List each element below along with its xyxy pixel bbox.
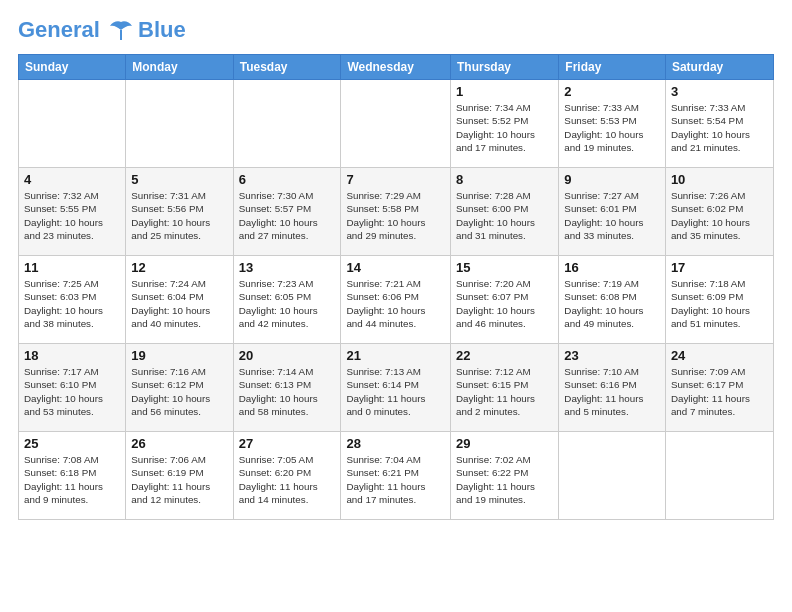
weekday-header-row: SundayMondayTuesdayWednesdayThursdayFrid…: [19, 55, 774, 80]
weekday-header-saturday: Saturday: [665, 55, 773, 80]
day-info: Sunrise: 7:18 AM Sunset: 6:09 PM Dayligh…: [671, 277, 768, 330]
day-info: Sunrise: 7:21 AM Sunset: 6:06 PM Dayligh…: [346, 277, 445, 330]
day-info: Sunrise: 7:23 AM Sunset: 6:05 PM Dayligh…: [239, 277, 336, 330]
day-number: 28: [346, 436, 445, 451]
day-number: 21: [346, 348, 445, 363]
weekday-header-wednesday: Wednesday: [341, 55, 451, 80]
day-info: Sunrise: 7:33 AM Sunset: 5:53 PM Dayligh…: [564, 101, 660, 154]
day-number: 3: [671, 84, 768, 99]
logo-bird-icon: [108, 20, 134, 42]
day-number: 24: [671, 348, 768, 363]
calendar-cell: 29Sunrise: 7:02 AM Sunset: 6:22 PM Dayli…: [451, 432, 559, 520]
day-number: 15: [456, 260, 553, 275]
header: General Blue: [18, 18, 774, 42]
day-number: 9: [564, 172, 660, 187]
day-number: 16: [564, 260, 660, 275]
logo-blue: Blue: [138, 18, 186, 42]
day-number: 23: [564, 348, 660, 363]
day-number: 13: [239, 260, 336, 275]
day-number: 10: [671, 172, 768, 187]
day-info: Sunrise: 7:33 AM Sunset: 5:54 PM Dayligh…: [671, 101, 768, 154]
day-info: Sunrise: 7:17 AM Sunset: 6:10 PM Dayligh…: [24, 365, 120, 418]
day-number: 12: [131, 260, 227, 275]
calendar-cell: 25Sunrise: 7:08 AM Sunset: 6:18 PM Dayli…: [19, 432, 126, 520]
day-info: Sunrise: 7:14 AM Sunset: 6:13 PM Dayligh…: [239, 365, 336, 418]
day-info: Sunrise: 7:06 AM Sunset: 6:19 PM Dayligh…: [131, 453, 227, 506]
day-info: Sunrise: 7:29 AM Sunset: 5:58 PM Dayligh…: [346, 189, 445, 242]
week-row-2: 11Sunrise: 7:25 AM Sunset: 6:03 PM Dayli…: [19, 256, 774, 344]
calendar-cell: 3Sunrise: 7:33 AM Sunset: 5:54 PM Daylig…: [665, 80, 773, 168]
calendar-cell: 10Sunrise: 7:26 AM Sunset: 6:02 PM Dayli…: [665, 168, 773, 256]
week-row-3: 18Sunrise: 7:17 AM Sunset: 6:10 PM Dayli…: [19, 344, 774, 432]
day-number: 1: [456, 84, 553, 99]
day-info: Sunrise: 7:34 AM Sunset: 5:52 PM Dayligh…: [456, 101, 553, 154]
calendar-cell: 5Sunrise: 7:31 AM Sunset: 5:56 PM Daylig…: [126, 168, 233, 256]
day-info: Sunrise: 7:25 AM Sunset: 6:03 PM Dayligh…: [24, 277, 120, 330]
day-info: Sunrise: 7:10 AM Sunset: 6:16 PM Dayligh…: [564, 365, 660, 418]
calendar-cell: [665, 432, 773, 520]
week-row-0: 1Sunrise: 7:34 AM Sunset: 5:52 PM Daylig…: [19, 80, 774, 168]
day-info: Sunrise: 7:31 AM Sunset: 5:56 PM Dayligh…: [131, 189, 227, 242]
day-info: Sunrise: 7:24 AM Sunset: 6:04 PM Dayligh…: [131, 277, 227, 330]
calendar-cell: 15Sunrise: 7:20 AM Sunset: 6:07 PM Dayli…: [451, 256, 559, 344]
day-info: Sunrise: 7:08 AM Sunset: 6:18 PM Dayligh…: [24, 453, 120, 506]
calendar-cell: 24Sunrise: 7:09 AM Sunset: 6:17 PM Dayli…: [665, 344, 773, 432]
day-info: Sunrise: 7:02 AM Sunset: 6:22 PM Dayligh…: [456, 453, 553, 506]
day-number: 29: [456, 436, 553, 451]
calendar-cell: 1Sunrise: 7:34 AM Sunset: 5:52 PM Daylig…: [451, 80, 559, 168]
calendar-cell: 7Sunrise: 7:29 AM Sunset: 5:58 PM Daylig…: [341, 168, 451, 256]
weekday-header-sunday: Sunday: [19, 55, 126, 80]
day-number: 22: [456, 348, 553, 363]
day-info: Sunrise: 7:13 AM Sunset: 6:14 PM Dayligh…: [346, 365, 445, 418]
calendar-cell: 17Sunrise: 7:18 AM Sunset: 6:09 PM Dayli…: [665, 256, 773, 344]
calendar-cell: 8Sunrise: 7:28 AM Sunset: 6:00 PM Daylig…: [451, 168, 559, 256]
calendar-cell: 18Sunrise: 7:17 AM Sunset: 6:10 PM Dayli…: [19, 344, 126, 432]
calendar-cell: 12Sunrise: 7:24 AM Sunset: 6:04 PM Dayli…: [126, 256, 233, 344]
day-info: Sunrise: 7:05 AM Sunset: 6:20 PM Dayligh…: [239, 453, 336, 506]
calendar-cell: [19, 80, 126, 168]
day-info: Sunrise: 7:20 AM Sunset: 6:07 PM Dayligh…: [456, 277, 553, 330]
day-number: 2: [564, 84, 660, 99]
day-number: 17: [671, 260, 768, 275]
day-info: Sunrise: 7:12 AM Sunset: 6:15 PM Dayligh…: [456, 365, 553, 418]
logo-text: General: [18, 18, 134, 42]
calendar-cell: [126, 80, 233, 168]
day-number: 5: [131, 172, 227, 187]
calendar-cell: [341, 80, 451, 168]
calendar-cell: 28Sunrise: 7:04 AM Sunset: 6:21 PM Dayli…: [341, 432, 451, 520]
calendar-cell: 9Sunrise: 7:27 AM Sunset: 6:01 PM Daylig…: [559, 168, 666, 256]
day-info: Sunrise: 7:04 AM Sunset: 6:21 PM Dayligh…: [346, 453, 445, 506]
day-info: Sunrise: 7:32 AM Sunset: 5:55 PM Dayligh…: [24, 189, 120, 242]
day-number: 20: [239, 348, 336, 363]
calendar-cell: 19Sunrise: 7:16 AM Sunset: 6:12 PM Dayli…: [126, 344, 233, 432]
day-number: 27: [239, 436, 336, 451]
calendar-cell: 11Sunrise: 7:25 AM Sunset: 6:03 PM Dayli…: [19, 256, 126, 344]
calendar-table: SundayMondayTuesdayWednesdayThursdayFrid…: [18, 54, 774, 520]
calendar-cell: 20Sunrise: 7:14 AM Sunset: 6:13 PM Dayli…: [233, 344, 341, 432]
calendar-cell: 14Sunrise: 7:21 AM Sunset: 6:06 PM Dayli…: [341, 256, 451, 344]
day-number: 19: [131, 348, 227, 363]
day-number: 11: [24, 260, 120, 275]
day-number: 4: [24, 172, 120, 187]
day-number: 8: [456, 172, 553, 187]
weekday-header-friday: Friday: [559, 55, 666, 80]
calendar-cell: 27Sunrise: 7:05 AM Sunset: 6:20 PM Dayli…: [233, 432, 341, 520]
day-number: 7: [346, 172, 445, 187]
calendar-cell: 13Sunrise: 7:23 AM Sunset: 6:05 PM Dayli…: [233, 256, 341, 344]
calendar-cell: 22Sunrise: 7:12 AM Sunset: 6:15 PM Dayli…: [451, 344, 559, 432]
day-number: 18: [24, 348, 120, 363]
calendar-cell: 4Sunrise: 7:32 AM Sunset: 5:55 PM Daylig…: [19, 168, 126, 256]
calendar-cell: 26Sunrise: 7:06 AM Sunset: 6:19 PM Dayli…: [126, 432, 233, 520]
day-info: Sunrise: 7:16 AM Sunset: 6:12 PM Dayligh…: [131, 365, 227, 418]
day-number: 25: [24, 436, 120, 451]
calendar-cell: [233, 80, 341, 168]
day-number: 14: [346, 260, 445, 275]
calendar-cell: [559, 432, 666, 520]
calendar-cell: 21Sunrise: 7:13 AM Sunset: 6:14 PM Dayli…: [341, 344, 451, 432]
weekday-header-tuesday: Tuesday: [233, 55, 341, 80]
day-info: Sunrise: 7:28 AM Sunset: 6:00 PM Dayligh…: [456, 189, 553, 242]
weekday-header-monday: Monday: [126, 55, 233, 80]
calendar-container: General Blue SundayMondayTuesdayWednesda…: [0, 0, 792, 530]
day-info: Sunrise: 7:30 AM Sunset: 5:57 PM Dayligh…: [239, 189, 336, 242]
calendar-cell: 6Sunrise: 7:30 AM Sunset: 5:57 PM Daylig…: [233, 168, 341, 256]
